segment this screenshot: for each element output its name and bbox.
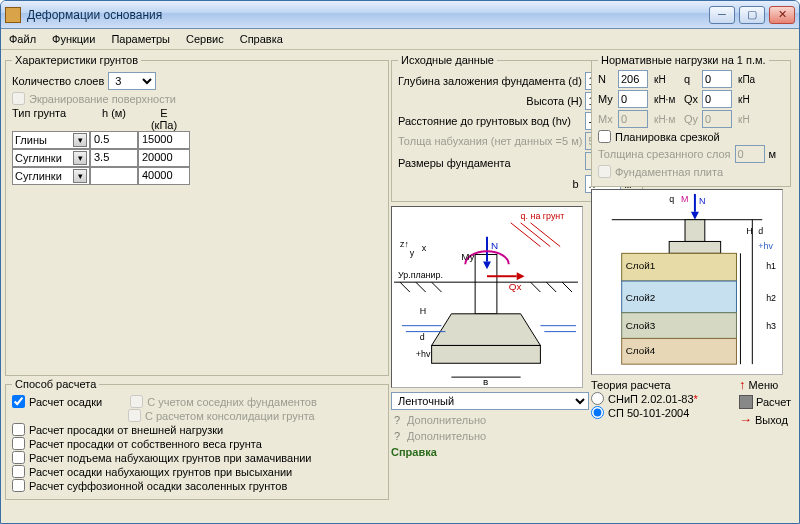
soil-legend: Характеристики грунтов [12, 54, 141, 66]
soil-h-input[interactable]: 0.5 [90, 131, 138, 149]
chevron-down-icon: ▾ [73, 133, 87, 147]
col-h-header: h (м) [90, 107, 138, 131]
calc-button[interactable]: Расчет [739, 395, 791, 409]
exit-button[interactable]: → Выход [739, 412, 791, 427]
svg-text:h2: h2 [766, 293, 776, 303]
svg-marker-18 [483, 261, 491, 269]
height-label: Высота (H) [398, 95, 582, 107]
soil-h-input[interactable]: 3.5 [90, 149, 138, 167]
calc-swell-dry-label: Расчет осадки набухающих грунтов при выс… [29, 466, 292, 478]
svg-rect-40 [669, 241, 720, 253]
svg-text:N: N [699, 196, 705, 206]
menu-help[interactable]: Справка [240, 33, 283, 45]
soil-e-input[interactable]: 40000 [138, 167, 190, 185]
qx-label: Qx [684, 93, 700, 105]
soil-characteristics-group: Характеристики грунтов Количество слоев … [5, 54, 389, 376]
cut-thick-input [735, 145, 765, 163]
chevron-down-icon: ▾ [73, 151, 87, 165]
q-on-soil-label: q. на грунт [521, 211, 565, 221]
table-row: Суглинки ▾ 40000 [12, 167, 382, 185]
layer-diagram: qM N Слой1 Слой2 Слой3 Слой4 H [591, 189, 783, 375]
svg-text:H: H [420, 306, 426, 316]
svg-marker-22 [517, 272, 525, 280]
table-row: Глины ▾ 0.5 15000 [12, 131, 382, 149]
svg-text:Qx: Qx [509, 281, 522, 292]
menu-funcs[interactable]: Функции [52, 33, 95, 45]
foundation-type-select[interactable]: Ленточный [391, 392, 589, 410]
calc-swell-wet-label: Расчет подъема набухающих грунтов при за… [29, 452, 312, 464]
svg-text:q: q [669, 194, 674, 204]
dims-label: Размеры фундамента [398, 157, 582, 169]
found-plate-label: Фундаментная плита [615, 166, 723, 178]
menubar: Файл Функции Параметры Сервис Справка [1, 29, 799, 50]
col-e-header: E (кПа) [138, 107, 190, 131]
svg-line-11 [531, 282, 541, 292]
calc-swell-wet-checkbox[interactable] [12, 451, 25, 464]
calc-suffusion-label: Расчет суффозионной осадки засоленных гр… [29, 480, 287, 492]
menu-file[interactable]: Файл [9, 33, 36, 45]
theory-sp-label: СП 50-101-2004 [608, 407, 689, 419]
minimize-button[interactable]: ─ [709, 6, 735, 24]
menu-service[interactable]: Сервис [186, 33, 224, 45]
screen-surface-checkbox [12, 92, 25, 105]
arrow-right-icon: → [739, 412, 752, 427]
soil-e-input[interactable]: 20000 [138, 149, 190, 167]
svg-text:Ур.планир.: Ур.планир. [398, 270, 443, 280]
app-window: Деформации основания ─ ▢ ✕ Файл Функции … [0, 0, 800, 524]
question-icon: ? [391, 414, 403, 426]
layer-count-select[interactable]: 3 [108, 72, 156, 90]
my-input[interactable] [618, 90, 648, 108]
svg-text:Слой1: Слой1 [626, 260, 656, 271]
screen-surface-label: Экранирование поверхности [29, 93, 176, 105]
my-label: My [598, 93, 616, 105]
calc-neighbors-checkbox [130, 395, 143, 408]
svg-text:M: M [681, 194, 688, 204]
svg-text:z↑: z↑ [400, 239, 409, 249]
q-label: q [684, 73, 700, 85]
svg-marker-15 [432, 314, 541, 346]
arrow-up-icon: ↑ [739, 377, 746, 392]
chevron-down-icon: ▾ [73, 169, 87, 183]
svg-marker-36 [691, 212, 699, 220]
qx-input[interactable] [702, 90, 732, 108]
svg-text:в: в [483, 376, 488, 387]
cut-plan-checkbox[interactable] [598, 130, 611, 143]
n-input[interactable] [618, 70, 648, 88]
soil-type-select[interactable]: Суглинки ▾ [12, 167, 90, 185]
menu-button[interactable]: ↑ Меню [739, 377, 791, 392]
q-input[interactable] [702, 70, 732, 88]
calc-own-weight-checkbox[interactable] [12, 437, 25, 450]
gw-label: Расстояние до грунтовых вод (hv) [398, 115, 582, 127]
col-type-header: Тип грунта [12, 107, 90, 131]
svg-rect-16 [432, 345, 541, 363]
menu-params[interactable]: Параметры [111, 33, 170, 45]
theory-legend: Теория расчета [591, 379, 733, 391]
calc-neighbors-label: С учетом соседних фундаментов [147, 396, 317, 408]
window-controls: ─ ▢ ✕ [709, 6, 795, 24]
svg-rect-39 [685, 220, 705, 242]
soil-h-input[interactable] [90, 167, 138, 185]
swell-label: Толща набухания (нет данных =5 м) [398, 135, 582, 147]
maximize-button[interactable]: ▢ [739, 6, 765, 24]
calc-settlement-checkbox[interactable] [12, 395, 25, 408]
calc-ext-load-label: Расчет просадки от внешней нагрузки [29, 424, 223, 436]
svg-line-10 [432, 282, 442, 292]
help-link[interactable]: Справка [391, 446, 437, 458]
svg-text:d: d [758, 226, 763, 236]
workarea: Характеристики грунтов Количество слоев … [1, 50, 799, 504]
close-button[interactable]: ✕ [769, 6, 795, 24]
soil-type-select[interactable]: Глины ▾ [12, 131, 90, 149]
calc-settlement-label: Расчет осадки [29, 396, 102, 408]
theory-snip-radio[interactable] [591, 392, 604, 405]
calc-suffusion-checkbox[interactable] [12, 479, 25, 492]
theory-sp-radio[interactable] [591, 406, 604, 419]
soil-e-input[interactable]: 15000 [138, 131, 190, 149]
soil-table: Тип грунта h (м) E (кПа) Глины ▾ 0.5 [12, 107, 382, 185]
svg-text:h1: h1 [766, 261, 776, 271]
svg-text:Слой2: Слой2 [626, 292, 656, 303]
calc-swell-dry-checkbox[interactable] [12, 465, 25, 478]
soil-type-select[interactable]: Суглинки ▾ [12, 149, 90, 167]
calc-ext-load-checkbox[interactable] [12, 423, 25, 436]
titlebar: Деформации основания ─ ▢ ✕ [1, 1, 799, 29]
qy-input [702, 110, 732, 128]
